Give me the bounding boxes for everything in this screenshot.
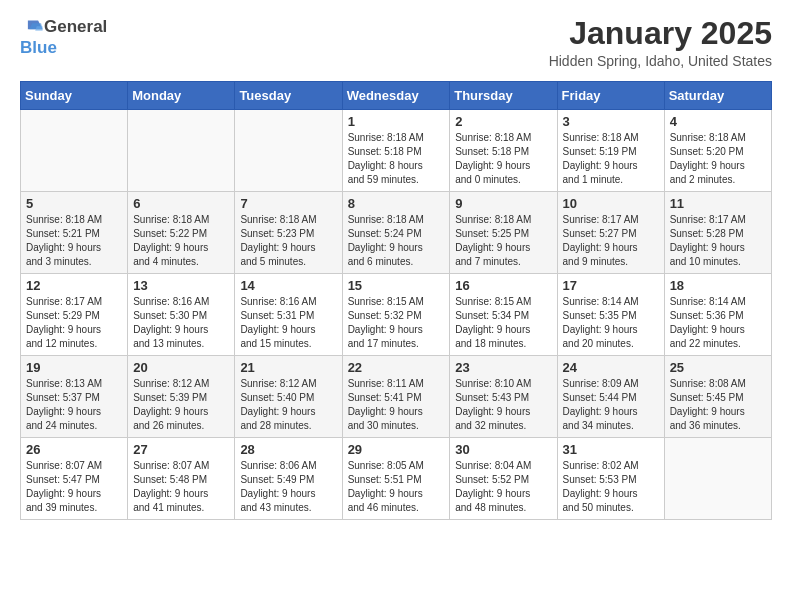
table-row: 13Sunrise: 8:16 AMSunset: 5:30 PMDayligh… (128, 274, 235, 356)
day-info: Sunrise: 8:18 AMSunset: 5:19 PMDaylight:… (563, 131, 659, 187)
day-number: 17 (563, 278, 659, 293)
table-row: 9Sunrise: 8:18 AMSunset: 5:25 PMDaylight… (450, 192, 557, 274)
table-row: 14Sunrise: 8:16 AMSunset: 5:31 PMDayligh… (235, 274, 342, 356)
day-info: Sunrise: 8:05 AMSunset: 5:51 PMDaylight:… (348, 459, 445, 515)
day-info: Sunrise: 8:10 AMSunset: 5:43 PMDaylight:… (455, 377, 551, 433)
day-number: 13 (133, 278, 229, 293)
day-number: 30 (455, 442, 551, 457)
table-row: 5Sunrise: 8:18 AMSunset: 5:21 PMDaylight… (21, 192, 128, 274)
day-info: Sunrise: 8:14 AMSunset: 5:36 PMDaylight:… (670, 295, 766, 351)
table-row (235, 110, 342, 192)
day-number: 6 (133, 196, 229, 211)
table-row: 3Sunrise: 8:18 AMSunset: 5:19 PMDaylight… (557, 110, 664, 192)
table-row: 30Sunrise: 8:04 AMSunset: 5:52 PMDayligh… (450, 438, 557, 520)
table-row: 18Sunrise: 8:14 AMSunset: 5:36 PMDayligh… (664, 274, 771, 356)
table-row: 17Sunrise: 8:14 AMSunset: 5:35 PMDayligh… (557, 274, 664, 356)
day-info: Sunrise: 8:12 AMSunset: 5:40 PMDaylight:… (240, 377, 336, 433)
page-container: General Blue January 2025 Hidden Spring,… (0, 0, 792, 530)
day-info: Sunrise: 8:18 AMSunset: 5:25 PMDaylight:… (455, 213, 551, 269)
day-number: 16 (455, 278, 551, 293)
day-number: 14 (240, 278, 336, 293)
col-saturday: Saturday (664, 82, 771, 110)
day-number: 27 (133, 442, 229, 457)
day-number: 21 (240, 360, 336, 375)
logo-icon (22, 16, 44, 38)
table-row: 2Sunrise: 8:18 AMSunset: 5:18 PMDaylight… (450, 110, 557, 192)
day-number: 12 (26, 278, 122, 293)
day-info: Sunrise: 8:17 AMSunset: 5:27 PMDaylight:… (563, 213, 659, 269)
page-header: General Blue January 2025 Hidden Spring,… (20, 16, 772, 69)
day-info: Sunrise: 8:11 AMSunset: 5:41 PMDaylight:… (348, 377, 445, 433)
table-row: 23Sunrise: 8:10 AMSunset: 5:43 PMDayligh… (450, 356, 557, 438)
day-number: 22 (348, 360, 445, 375)
day-info: Sunrise: 8:18 AMSunset: 5:20 PMDaylight:… (670, 131, 766, 187)
table-row: 19Sunrise: 8:13 AMSunset: 5:37 PMDayligh… (21, 356, 128, 438)
day-info: Sunrise: 8:14 AMSunset: 5:35 PMDaylight:… (563, 295, 659, 351)
table-row: 7Sunrise: 8:18 AMSunset: 5:23 PMDaylight… (235, 192, 342, 274)
day-info: Sunrise: 8:07 AMSunset: 5:47 PMDaylight:… (26, 459, 122, 515)
logo-blue-text: Blue (20, 38, 57, 58)
day-info: Sunrise: 8:06 AMSunset: 5:49 PMDaylight:… (240, 459, 336, 515)
table-row: 24Sunrise: 8:09 AMSunset: 5:44 PMDayligh… (557, 356, 664, 438)
day-info: Sunrise: 8:18 AMSunset: 5:23 PMDaylight:… (240, 213, 336, 269)
table-row: 8Sunrise: 8:18 AMSunset: 5:24 PMDaylight… (342, 192, 450, 274)
day-number: 18 (670, 278, 766, 293)
table-row (664, 438, 771, 520)
table-row: 27Sunrise: 8:07 AMSunset: 5:48 PMDayligh… (128, 438, 235, 520)
day-number: 9 (455, 196, 551, 211)
day-info: Sunrise: 8:18 AMSunset: 5:21 PMDaylight:… (26, 213, 122, 269)
day-number: 3 (563, 114, 659, 129)
day-info: Sunrise: 8:18 AMSunset: 5:18 PMDaylight:… (348, 131, 445, 187)
calendar-week-row: 12Sunrise: 8:17 AMSunset: 5:29 PMDayligh… (21, 274, 772, 356)
day-info: Sunrise: 8:02 AMSunset: 5:53 PMDaylight:… (563, 459, 659, 515)
day-info: Sunrise: 8:09 AMSunset: 5:44 PMDaylight:… (563, 377, 659, 433)
day-number: 24 (563, 360, 659, 375)
table-row (21, 110, 128, 192)
table-row: 20Sunrise: 8:12 AMSunset: 5:39 PMDayligh… (128, 356, 235, 438)
col-thursday: Thursday (450, 82, 557, 110)
calendar-week-row: 5Sunrise: 8:18 AMSunset: 5:21 PMDaylight… (21, 192, 772, 274)
day-info: Sunrise: 8:04 AMSunset: 5:52 PMDaylight:… (455, 459, 551, 515)
day-number: 25 (670, 360, 766, 375)
calendar-week-row: 1Sunrise: 8:18 AMSunset: 5:18 PMDaylight… (21, 110, 772, 192)
col-monday: Monday (128, 82, 235, 110)
col-wednesday: Wednesday (342, 82, 450, 110)
day-info: Sunrise: 8:18 AMSunset: 5:18 PMDaylight:… (455, 131, 551, 187)
day-number: 10 (563, 196, 659, 211)
table-row (128, 110, 235, 192)
logo: General Blue (20, 16, 107, 58)
day-info: Sunrise: 8:13 AMSunset: 5:37 PMDaylight:… (26, 377, 122, 433)
day-number: 2 (455, 114, 551, 129)
day-number: 5 (26, 196, 122, 211)
day-number: 26 (26, 442, 122, 457)
table-row: 10Sunrise: 8:17 AMSunset: 5:27 PMDayligh… (557, 192, 664, 274)
day-info: Sunrise: 8:17 AMSunset: 5:29 PMDaylight:… (26, 295, 122, 351)
table-row: 22Sunrise: 8:11 AMSunset: 5:41 PMDayligh… (342, 356, 450, 438)
table-row: 26Sunrise: 8:07 AMSunset: 5:47 PMDayligh… (21, 438, 128, 520)
col-sunday: Sunday (21, 82, 128, 110)
table-row: 6Sunrise: 8:18 AMSunset: 5:22 PMDaylight… (128, 192, 235, 274)
col-tuesday: Tuesday (235, 82, 342, 110)
day-number: 11 (670, 196, 766, 211)
calendar-table: Sunday Monday Tuesday Wednesday Thursday… (20, 81, 772, 520)
day-info: Sunrise: 8:16 AMSunset: 5:30 PMDaylight:… (133, 295, 229, 351)
calendar-subtitle: Hidden Spring, Idaho, United States (549, 53, 772, 69)
day-info: Sunrise: 8:18 AMSunset: 5:22 PMDaylight:… (133, 213, 229, 269)
title-block: January 2025 Hidden Spring, Idaho, Unite… (549, 16, 772, 69)
table-row: 28Sunrise: 8:06 AMSunset: 5:49 PMDayligh… (235, 438, 342, 520)
day-number: 29 (348, 442, 445, 457)
day-number: 1 (348, 114, 445, 129)
table-row: 29Sunrise: 8:05 AMSunset: 5:51 PMDayligh… (342, 438, 450, 520)
logo-general-text: General (44, 17, 107, 37)
table-row: 16Sunrise: 8:15 AMSunset: 5:34 PMDayligh… (450, 274, 557, 356)
calendar-week-row: 19Sunrise: 8:13 AMSunset: 5:37 PMDayligh… (21, 356, 772, 438)
calendar-title: January 2025 (549, 16, 772, 51)
day-info: Sunrise: 8:17 AMSunset: 5:28 PMDaylight:… (670, 213, 766, 269)
day-number: 23 (455, 360, 551, 375)
calendar-header-row: Sunday Monday Tuesday Wednesday Thursday… (21, 82, 772, 110)
day-number: 7 (240, 196, 336, 211)
table-row: 31Sunrise: 8:02 AMSunset: 5:53 PMDayligh… (557, 438, 664, 520)
calendar-week-row: 26Sunrise: 8:07 AMSunset: 5:47 PMDayligh… (21, 438, 772, 520)
day-info: Sunrise: 8:15 AMSunset: 5:32 PMDaylight:… (348, 295, 445, 351)
day-info: Sunrise: 8:15 AMSunset: 5:34 PMDaylight:… (455, 295, 551, 351)
